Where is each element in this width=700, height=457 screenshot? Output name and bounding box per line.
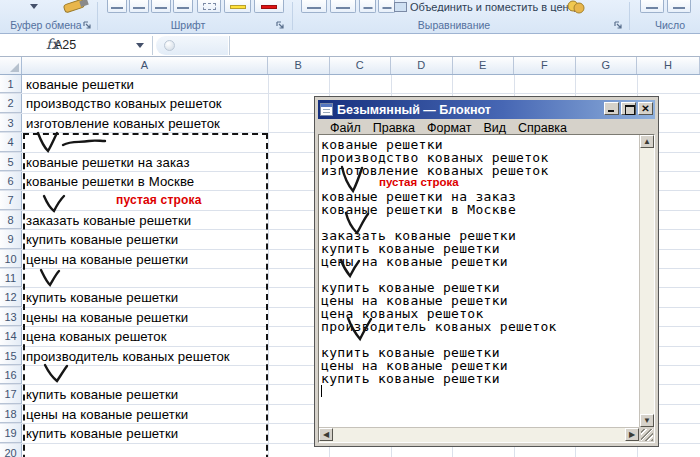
insert-function-button[interactable]: [164, 40, 175, 51]
formula-bar: A25 fx: [0, 35, 700, 57]
ribbon-button[interactable]: [301, 0, 327, 13]
menu-item-0[interactable]: Файл: [325, 121, 368, 135]
ribbon-button[interactable]: [173, 0, 193, 13]
row-header-16[interactable]: 16: [0, 366, 22, 384]
menu-item-1[interactable]: Правка: [368, 121, 422, 135]
copy-selection-marching-ants: [23, 133, 268, 457]
row-header-10[interactable]: 10: [0, 250, 22, 268]
row-header-18[interactable]: 18: [0, 405, 22, 423]
cell-A3[interactable]: изготовление кованых решеток: [22, 114, 268, 132]
notepad-line: кованые решетки в Москве: [321, 203, 639, 216]
close-button[interactable]: [638, 102, 653, 115]
column-header-H[interactable]: H: [637, 57, 700, 74]
cell-A1[interactable]: кованые решетки: [22, 75, 268, 93]
dialog-launcher-icon[interactable]: [82, 20, 92, 30]
formula-input[interactable]: [230, 35, 700, 56]
name-box-dropdown-icon[interactable]: [136, 43, 144, 48]
row-header-4[interactable]: 4: [0, 133, 22, 151]
ribbon-button[interactable]: [330, 0, 356, 13]
menu-item-4[interactable]: Справка: [513, 121, 574, 135]
scroll-left-icon[interactable]: ◀: [319, 428, 333, 441]
column-headers: ABCDEFGH: [0, 57, 700, 75]
row-header-15[interactable]: 15: [0, 347, 22, 365]
fill-color-button[interactable]: [224, 0, 251, 13]
paste-dropdown-arrow-icon[interactable]: [30, 4, 38, 9]
row-header-3[interactable]: 3: [0, 114, 22, 132]
borders-button[interactable]: [197, 0, 221, 13]
insert-function-area: [156, 36, 228, 55]
row-header-5[interactable]: 5: [0, 153, 22, 171]
table-row: 1кованые решетки: [0, 75, 700, 94]
scroll-up-icon[interactable]: ▲: [640, 135, 654, 148]
ribbon-button[interactable]: [667, 0, 691, 13]
ribbon: Объединить и поместить в центре Буфер об…: [0, 0, 700, 34]
column-header-G[interactable]: G: [576, 57, 638, 74]
fx-icon[interactable]: fx: [46, 36, 59, 52]
column-header-C[interactable]: C: [330, 57, 392, 74]
row-header-13[interactable]: 13: [0, 308, 22, 326]
row-header-8[interactable]: 8: [0, 211, 22, 229]
font-color-button[interactable]: [254, 0, 284, 13]
row-header-12[interactable]: 12: [0, 288, 22, 306]
notepad-line: производитель кованых решеток: [321, 320, 639, 333]
row-header-11[interactable]: 11: [0, 269, 22, 287]
notepad-line: купить кованые решетки: [321, 372, 639, 385]
column-header-B[interactable]: B: [268, 57, 330, 74]
notepad-title-bar[interactable]: Безымянный — Блокнот: [318, 100, 655, 119]
row-header-14[interactable]: 14: [0, 327, 22, 345]
maximize-button[interactable]: [621, 102, 636, 115]
row-header-20[interactable]: 20: [0, 444, 22, 457]
dialog-launcher-icon[interactable]: [275, 20, 285, 30]
minimize-button[interactable]: [604, 102, 619, 115]
column-header-D[interactable]: D: [391, 57, 453, 74]
ribbon-button[interactable]: [107, 0, 127, 13]
currency-icon[interactable]: [566, 0, 586, 14]
row-header-19[interactable]: 19: [0, 424, 22, 442]
column-header-A[interactable]: A: [22, 57, 268, 74]
resize-grip[interactable]: [639, 427, 654, 442]
cell-A2[interactable]: производство кованых решеток: [22, 94, 268, 112]
menu-item-2[interactable]: Формат: [422, 121, 478, 135]
notepad-icon: [320, 103, 333, 116]
notepad-red-annotation: пустая строка: [379, 176, 459, 188]
row-header-1[interactable]: 1: [0, 75, 22, 93]
format-painter-icon[interactable]: [58, 0, 92, 15]
row-header-7[interactable]: 7: [0, 191, 22, 209]
group-label-number: Число: [630, 19, 700, 32]
name-box-value: A25: [0, 38, 130, 52]
scroll-right-icon[interactable]: ▶: [625, 428, 639, 441]
merge-center-icon[interactable]: [394, 2, 407, 12]
column-header-F[interactable]: F: [514, 57, 576, 74]
column-header-E[interactable]: E: [453, 57, 515, 74]
notepad-line: изготовление кованых решеток: [321, 164, 639, 177]
scroll-down-icon[interactable]: ▼: [640, 414, 654, 427]
notepad-title: Безымянный — Блокнот: [337, 103, 491, 117]
row-header-17[interactable]: 17: [0, 385, 22, 403]
notepad-line: цены на кованые решетки: [321, 255, 639, 268]
excel-red-annotation: пустая строка: [116, 193, 202, 207]
ribbon-button[interactable]: [129, 0, 149, 13]
notepad-client-area: кованые решеткипроизводство кованых реше…: [318, 134, 655, 443]
increase-indent-button[interactable]: [378, 0, 395, 13]
horizontal-scrollbar[interactable]: ◀ ▶: [319, 427, 639, 442]
row-header-2[interactable]: 2: [0, 94, 22, 112]
notepad-text-area[interactable]: кованые решеткипроизводство кованых реше…: [319, 135, 639, 427]
vertical-scrollbar[interactable]: ▲ ▼: [639, 135, 654, 427]
dialog-launcher-icon[interactable]: [613, 20, 623, 30]
row-header-9[interactable]: 9: [0, 230, 22, 248]
select-all-corner[interactable]: [0, 57, 22, 74]
decrease-indent-button[interactable]: [359, 0, 376, 13]
text-cursor: [321, 385, 322, 397]
group-label-alignment: Выравнивание: [293, 19, 615, 32]
merge-center-label: Объединить и поместить в центре: [410, 1, 578, 12]
group-label-clipboard: Буфер обмена: [0, 19, 92, 32]
menu-item-3[interactable]: Вид: [478, 121, 513, 135]
group-label-font: Шрифт: [98, 19, 278, 32]
name-box[interactable]: A25: [0, 35, 152, 56]
row-header-6[interactable]: 6: [0, 172, 22, 190]
notepad-window: Безымянный — Блокнот ФайлПравкаФорматВид…: [314, 96, 659, 447]
ribbon-button[interactable]: [151, 0, 171, 13]
ribbon-button[interactable]: [640, 0, 664, 13]
gridline: [268, 75, 269, 457]
merge-center-button[interactable]: Объединить и поместить в центре: [410, 0, 578, 12]
